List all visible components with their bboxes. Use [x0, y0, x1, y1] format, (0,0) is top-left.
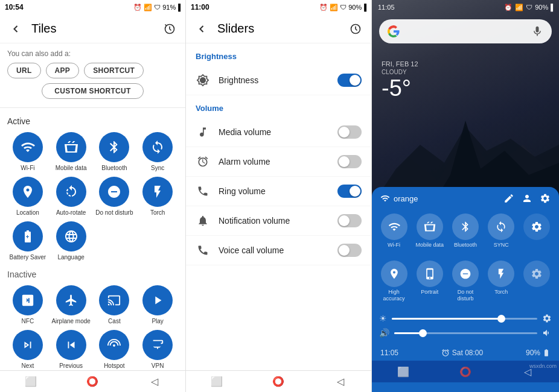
- sliders-nav-square[interactable]: ⬜: [209, 375, 224, 389]
- next-tile-icon: [13, 330, 43, 360]
- shade-battery: 90%▐: [535, 4, 553, 11]
- weather-date: FRI, FEB 12: [382, 60, 549, 68]
- settings-icon[interactable]: [540, 193, 551, 204]
- shade-settings-btn[interactable]: [542, 314, 552, 323]
- shade-volume-fill: [394, 332, 423, 334]
- s-battery: 90%▐: [348, 4, 366, 11]
- shade-search-bar[interactable]: [379, 19, 552, 43]
- brightness-toggle[interactable]: [337, 74, 362, 87]
- notification-icon: [196, 213, 210, 228]
- shade-tile-gear2[interactable]: [520, 257, 554, 306]
- tile-next[interactable]: Next: [7, 330, 48, 370]
- shade-tile-settings[interactable]: [520, 210, 554, 252]
- shade-alarm-icon: [441, 349, 450, 357]
- shade-alarm-icon: ⏰: [504, 4, 513, 11]
- alarm-volume-label: Alarm volume: [219, 157, 329, 166]
- edit-icon[interactable]: [503, 193, 514, 204]
- voice-call-toggle[interactable]: [337, 244, 362, 257]
- shade-tile-mobile[interactable]: Mobile data: [412, 210, 447, 252]
- slider-list: Brightness Brightness Volume Media volum…: [186, 43, 371, 370]
- weather-condition: CLOUDY: [382, 69, 549, 75]
- tile-bluetooth[interactable]: Bluetooth: [94, 132, 135, 172]
- shade-panel: 11:05 ⏰ 📶 🛡 90%▐ FRI, FEB 12 CLOUDY -5°: [372, 0, 559, 392]
- nfc-tile-icon: [13, 285, 43, 315]
- url-button[interactable]: URL: [7, 63, 41, 78]
- sliders-nav-back[interactable]: ◁: [333, 375, 348, 389]
- person-icon[interactable]: [522, 193, 532, 204]
- sliders-back-button[interactable]: [193, 21, 210, 37]
- shade-nav-circle[interactable]: ⭕: [458, 364, 473, 379]
- mic-icon[interactable]: [531, 25, 543, 37]
- battery-tile-label: Battery Saver: [10, 254, 46, 261]
- rotate-tile-icon: [56, 177, 86, 207]
- history-button[interactable]: [161, 21, 178, 37]
- shade-gear2-circle: [523, 261, 550, 287]
- alarm-volume-toggle[interactable]: [337, 155, 362, 168]
- tile-airplane[interactable]: Airplane mode: [51, 285, 92, 325]
- sync-tile-icon: [142, 132, 173, 162]
- nav-circle-icon[interactable]: ⭕: [85, 375, 100, 389]
- torch-tile-icon: [142, 177, 173, 207]
- rotate-tile-label: Auto-rotate: [56, 209, 86, 217]
- wifi-tile-icon: [13, 132, 43, 162]
- s-signal-icon: 📶: [330, 4, 338, 11]
- tile-cast[interactable]: Cast: [94, 285, 135, 325]
- shade-nav-square[interactable]: ⬜: [396, 364, 410, 379]
- tile-mobile-data[interactable]: Mobile data: [51, 132, 92, 172]
- tile-sync[interactable]: Sync: [137, 132, 178, 172]
- inactive-tiles-grid: NFC Airplane mode Cast Pla: [7, 285, 178, 370]
- nav-back-icon[interactable]: ◁: [147, 375, 162, 389]
- shade-volume-settings[interactable]: [542, 328, 552, 338]
- shortcut-button[interactable]: SHORTCUT: [84, 63, 144, 78]
- tile-language[interactable]: Language: [51, 221, 92, 261]
- shade-volume-track[interactable]: [394, 332, 537, 334]
- tile-location[interactable]: Location: [7, 177, 48, 217]
- active-tiles-grid: Wi-Fi Mobile data Bluetooth: [7, 132, 178, 261]
- tile-nfc[interactable]: NFC: [7, 285, 48, 325]
- shade-brightness-track[interactable]: [392, 318, 537, 320]
- ring-volume-toggle[interactable]: [337, 185, 362, 198]
- sliders-nav-circle[interactable]: ⭕: [271, 375, 286, 389]
- tile-auto-rotate[interactable]: Auto-rotate: [51, 177, 92, 217]
- tile-torch[interactable]: Torch: [137, 177, 178, 217]
- volume-section-title: Volume: [186, 95, 371, 118]
- shade-tile-sync[interactable]: SYNC: [484, 210, 519, 252]
- shade-tile-wifi[interactable]: Wi-Fi: [377, 210, 411, 252]
- weather-widget: FRI, FEB 12 CLOUDY -5°: [372, 48, 559, 107]
- shade-tile-portrait[interactable]: Portrait: [412, 257, 447, 306]
- alarm-icon: [196, 154, 210, 169]
- play-tile-icon: [142, 285, 173, 315]
- media-volume-toggle[interactable]: [337, 125, 362, 139]
- tiles-time: 10:54: [5, 3, 24, 11]
- tiles-top-bar: Tiles: [0, 14, 185, 43]
- sliders-panel: 11:00 ⏰ 📶 🛡 90%▐ Sliders Brightness: [186, 0, 372, 392]
- tiles-scroll-area[interactable]: Active Wi-Fi Mobile data Blu: [0, 108, 185, 370]
- custom-shortcut-button[interactable]: CUSTOM SHORTCUT: [42, 83, 143, 99]
- sliders-history-button[interactable]: [347, 21, 364, 37]
- tile-battery-saver[interactable]: Battery Saver: [7, 221, 48, 261]
- tile-dnd[interactable]: Do not disturb: [94, 177, 135, 217]
- shade-wifi-icon: 🛡: [526, 4, 532, 11]
- brightness-section-title: Brightness: [186, 43, 371, 66]
- brightness-icon: [196, 73, 210, 87]
- app-button[interactable]: APP: [46, 63, 80, 78]
- tile-wifi[interactable]: Wi-Fi: [7, 132, 48, 172]
- tile-previous[interactable]: Previous: [51, 330, 92, 370]
- notification-volume-toggle[interactable]: [337, 214, 362, 227]
- shade-tile-bluetooth[interactable]: Bluetooth: [448, 210, 482, 252]
- shade-tile-dnd[interactable]: Do not disturb: [448, 257, 482, 306]
- cast-tile-icon: [99, 285, 129, 315]
- shade-location-circle: [381, 261, 407, 287]
- shade-tile-location[interactable]: High accuracy: [377, 257, 411, 306]
- tile-hotspot[interactable]: Hotspot: [94, 330, 135, 370]
- tile-play[interactable]: Play: [137, 285, 178, 325]
- sync-tile-label: Sync: [151, 165, 164, 172]
- tile-vpn[interactable]: VPN: [137, 330, 178, 370]
- prev-tile-icon: [56, 330, 86, 360]
- dnd-tile-label: Do not disturb: [95, 209, 133, 217]
- shade-tile-torch[interactable]: Torch: [484, 257, 519, 306]
- carrier-name: orange: [394, 194, 418, 203]
- tiles-status-bar: 10:54 ⏰ 📶 🛡 91%▐: [0, 0, 185, 14]
- back-button[interactable]: [7, 21, 24, 37]
- nav-square-icon[interactable]: ⬜: [24, 375, 38, 389]
